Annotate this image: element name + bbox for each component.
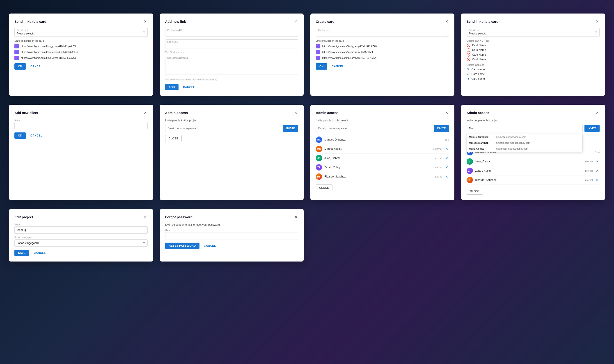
close-button[interactable]: CLOSE bbox=[467, 188, 483, 195]
modal-header: Admin access ✕ bbox=[316, 110, 449, 115]
autocomplete-email: mmartinez@modusagency.com bbox=[496, 142, 530, 144]
visible-card-row: 👁 Card name bbox=[467, 67, 600, 71]
name-label: Name bbox=[14, 223, 148, 226]
card-name-input[interactable] bbox=[316, 28, 449, 37]
add-button[interactable]: ADD bbox=[165, 84, 179, 90]
avatar: ZR bbox=[467, 168, 473, 174]
reset-password-button[interactable]: RESET PASSWORD bbox=[165, 243, 200, 249]
link-name-input[interactable] bbox=[165, 39, 298, 48]
link-row: https://www.figma.com/file/qjysvsp4TMNKK… bbox=[316, 44, 449, 48]
user-name: Martha, Cantiu bbox=[324, 147, 431, 150]
admin-access-modal-3: Admin access ✕ Invite people to this pro… bbox=[461, 105, 605, 200]
user-name: Ricardo, Sanchez bbox=[324, 175, 432, 178]
ok-button[interactable]: OK bbox=[14, 132, 26, 139]
remove-user-button[interactable]: ✕ bbox=[595, 178, 600, 182]
close-row: CLOSE bbox=[467, 188, 600, 195]
close-button[interactable]: ✕ bbox=[444, 19, 449, 24]
hidden-card-row: 🚫 Card Name bbox=[467, 43, 600, 47]
close-button[interactable]: ✕ bbox=[595, 110, 600, 115]
destination-url-field: Destination URL bbox=[165, 28, 298, 37]
remove-user-button[interactable]: ✕ bbox=[595, 159, 600, 164]
eye-icon: 👁 bbox=[467, 67, 470, 71]
user-role: Internal bbox=[585, 160, 593, 163]
select-card-label: Select card bbox=[469, 29, 480, 32]
autocomplete-item[interactable]: Marcos Martinez mmartinez@modusagency.co… bbox=[467, 140, 583, 146]
user-role: Internal bbox=[434, 175, 442, 178]
links-section-label: Links included in the card bbox=[316, 39, 449, 42]
invite-text: Invite people to this project bbox=[316, 119, 449, 122]
close-button[interactable]: ✕ bbox=[444, 110, 449, 115]
name-input[interactable] bbox=[14, 122, 148, 129]
description-field: Description (Optional) bbox=[165, 55, 298, 76]
invite-row: INVITE bbox=[316, 125, 449, 132]
eye-slash-icon: 🚫 bbox=[467, 53, 470, 56]
modal-header: Admin access ✕ bbox=[467, 110, 600, 115]
user-input[interactable] bbox=[165, 232, 298, 239]
select-card-label: Select card bbox=[17, 29, 28, 32]
ok-button[interactable]: OK bbox=[316, 63, 327, 70]
modal-title: Admin access bbox=[467, 111, 489, 115]
cannot-see-label: Guests can NOT see bbox=[467, 39, 600, 42]
hidden-card-row: 🚫 Card Name bbox=[467, 53, 600, 56]
user-row: RS Ricardo, Sanchez Internal ✕ bbox=[467, 175, 600, 185]
description-text: It will be sent an email to reset your p… bbox=[165, 223, 298, 226]
cancel-button[interactable]: CANCEL bbox=[329, 63, 347, 70]
autocomplete-item[interactable]: Manuel Giménez mgime@modusagency.com bbox=[467, 134, 583, 140]
close-button[interactable]: CLOSE bbox=[316, 184, 333, 191]
email-input[interactable] bbox=[316, 125, 432, 132]
autocomplete-item[interactable]: Maria Gomez mgomez@modusagency.com bbox=[467, 146, 583, 152]
autocomplete-dropdown: Manuel Giménez mgime@modusagency.com Mar… bbox=[467, 134, 583, 152]
close-button[interactable]: ✕ bbox=[143, 19, 148, 24]
invite-button[interactable]: INVITE bbox=[283, 125, 298, 132]
invite-button[interactable]: INVITE bbox=[585, 125, 600, 132]
destination-url-label: Destination URL bbox=[167, 29, 184, 32]
send-links-modal-2: Send links to a card ✕ Select card Pleas… bbox=[461, 13, 605, 96]
save-button[interactable]: SAVE bbox=[14, 250, 29, 256]
name-input[interactable] bbox=[14, 226, 148, 234]
description-label: Description (Optional) bbox=[167, 57, 189, 59]
cancel-button[interactable]: CANCEL bbox=[28, 63, 45, 70]
close-button[interactable]: ✕ bbox=[595, 19, 600, 24]
cancel-button[interactable]: CANCEL bbox=[28, 132, 45, 139]
invite-button[interactable]: INVITE bbox=[434, 125, 449, 132]
email-input[interactable] bbox=[467, 125, 583, 132]
email-input[interactable] bbox=[165, 125, 281, 132]
remove-user-button[interactable]: ✕ bbox=[444, 156, 449, 160]
user-field: User bbox=[165, 229, 298, 239]
visible-card-row: 👁 Card name bbox=[467, 77, 600, 81]
ok-button[interactable]: OK bbox=[14, 63, 26, 70]
cancel-button[interactable]: CANCEL bbox=[201, 243, 219, 249]
button-row: ADD CANCEL bbox=[165, 84, 298, 90]
select-card-dropdown[interactable]: Please select... bbox=[467, 28, 600, 37]
select-card-dropdown[interactable]: Please select... bbox=[14, 28, 148, 37]
modal-title: Create card bbox=[316, 20, 334, 24]
edit-project-modal: Edit project ✕ Name Project manager Jona… bbox=[9, 209, 153, 261]
cancel-button[interactable]: CANCEL bbox=[180, 84, 198, 90]
destination-url-input[interactable] bbox=[165, 28, 298, 37]
remove-user-button[interactable]: ✕ bbox=[444, 165, 449, 169]
card-name: Card name bbox=[472, 73, 485, 76]
pm-select[interactable]: Jonas Vingegaard bbox=[14, 239, 148, 247]
close-button[interactable]: ✕ bbox=[143, 110, 148, 115]
close-button[interactable]: ✕ bbox=[294, 214, 298, 220]
user-row: ZR Zarah, Rubig Internal ✕ bbox=[467, 166, 600, 175]
pm-field: Project manager Jonas Vingegaard bbox=[14, 236, 148, 247]
card-name: Card name bbox=[472, 77, 485, 80]
description-textarea[interactable] bbox=[165, 57, 298, 75]
close-button[interactable]: ✕ bbox=[143, 214, 148, 220]
remove-user-button[interactable]: ✕ bbox=[595, 169, 600, 173]
link-row: https://www.figma.com/file/qjysvsp4TMNKK… bbox=[14, 44, 148, 48]
close-button[interactable]: CLOSE bbox=[165, 135, 182, 142]
close-button[interactable]: ✕ bbox=[294, 19, 298, 24]
user-row: JC Juan, Cabral Internal ✕ bbox=[467, 157, 600, 166]
link-row: https://www.figma.com/file/qjysvsp4TMN34… bbox=[14, 56, 148, 60]
user-name: Ricardo, Sanchez bbox=[475, 178, 582, 182]
remove-user-button[interactable]: ✕ bbox=[444, 147, 449, 151]
remove-user-button[interactable]: ✕ bbox=[444, 174, 449, 179]
send-links-modal-1: Send links to a card ✕ Select card Pleas… bbox=[9, 13, 153, 96]
button-row: OK CANCEL bbox=[14, 132, 148, 139]
close-button[interactable]: ✕ bbox=[294, 110, 298, 115]
avatar: RS bbox=[316, 173, 322, 180]
add-new-client-modal: Add new client ✕ Name OK CANCEL bbox=[9, 105, 153, 200]
cancel-button[interactable]: CANCEL bbox=[31, 250, 48, 256]
